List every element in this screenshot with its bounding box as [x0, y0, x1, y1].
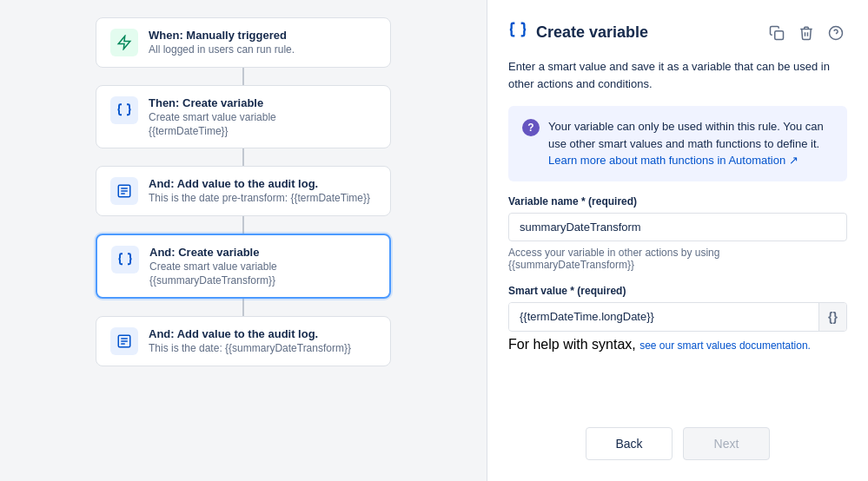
trigger-card-content: When: Manually triggered All logged in u… [149, 29, 295, 56]
info-box: ? Your variable can only be used within … [508, 106, 847, 181]
smart-value-picker-button[interactable]: {} [818, 303, 846, 331]
audit-icon-1 [110, 177, 138, 205]
help-button[interactable] [825, 22, 847, 44]
flow-card-variable-2[interactable]: And: Create variable Create smart value … [96, 234, 391, 299]
audit-1-title: And: Add value to the audit log. [149, 177, 370, 190]
audit-1-subtitle: This is the date pre-transform: {{termDa… [149, 192, 370, 204]
variable-2-card-content: And: Create variable Create smart value … [149, 246, 277, 287]
copy-button[interactable] [765, 22, 788, 44]
audit-icon-2 [110, 327, 138, 355]
delete-button[interactable] [795, 22, 818, 44]
info-icon: ? [522, 119, 540, 136]
smart-value-label: Smart value * (required) [508, 285, 847, 297]
smart-value-input-wrapper: {} [508, 302, 847, 332]
variable-2-subtitle: Create smart value variable [149, 260, 277, 273]
variable-icon-1 [110, 96, 138, 124]
config-panel: Create variable [487, 0, 868, 481]
connector-4 [242, 299, 244, 316]
smart-value-input[interactable] [509, 303, 818, 330]
panel-title-area: Create variable [508, 21, 648, 44]
audit-2-title: And: Add value to the audit log. [149, 327, 351, 340]
next-button[interactable]: Next [683, 427, 770, 460]
flow-container: When: Manually triggered All logged in u… [35, 17, 452, 366]
panel-title-icon [508, 21, 527, 44]
info-box-text: Your variable can only be used within th… [548, 118, 833, 169]
panel-actions [765, 22, 847, 44]
trigger-icon [110, 29, 138, 56]
audit-2-card-content: And: Add value to the audit log. This is… [149, 327, 351, 354]
flow-panel: When: Manually triggered All logged in u… [0, 0, 487, 481]
variable-1-subtitle: Create smart value variable [149, 111, 276, 123]
flow-card-variable-1[interactable]: Then: Create variable Create smart value… [96, 85, 391, 148]
audit-1-card-content: And: Add value to the audit log. This is… [149, 177, 370, 204]
variable-2-subtitle-extra: {{summaryDateTransform}} [149, 274, 277, 287]
connector-3 [242, 216, 244, 234]
variable-2-title: And: Create variable [149, 246, 277, 259]
info-link[interactable]: Learn more about math functions in Autom… [548, 154, 798, 167]
connector-2 [242, 148, 244, 166]
variable-1-title: Then: Create variable [149, 96, 276, 109]
panel-footer: Back Next [508, 420, 847, 460]
variable-name-label: Variable name * (required) [508, 195, 847, 208]
variable-name-group: Variable name * (required) Access your v… [508, 195, 847, 271]
panel-header: Create variable [508, 21, 847, 44]
variable-1-card-content: Then: Create variable Create smart value… [149, 96, 276, 137]
smart-value-docs-link[interactable]: see our smart values documentation. [639, 339, 811, 352]
svg-rect-8 [775, 30, 784, 39]
back-button[interactable]: Back [586, 427, 673, 460]
variable-icon-2 [111, 246, 139, 273]
panel-title: Create variable [536, 23, 648, 42]
smart-value-helper-text: For help with syntax, [508, 337, 636, 352]
flow-card-trigger[interactable]: When: Manually triggered All logged in u… [96, 17, 391, 68]
flow-card-audit-1[interactable]: And: Add value to the audit log. This is… [96, 166, 391, 216]
audit-2-subtitle: This is the date: {{summaryDateTransform… [149, 342, 351, 354]
smart-value-group: Smart value * (required) {} For help wit… [508, 285, 847, 353]
smart-value-helper: For help with syntax, see our smart valu… [508, 337, 847, 353]
info-text: Your variable can only be used within th… [548, 120, 824, 150]
trigger-subtitle: All logged in users can run rule. [149, 43, 295, 56]
variable-name-helper: Access your variable in other actions by… [508, 247, 847, 271]
panel-description: Enter a smart value and save it as a var… [508, 58, 847, 92]
connector-1 [242, 68, 244, 85]
variable-1-subtitle-extra: {{termDateTime}} [149, 125, 276, 137]
variable-name-input[interactable] [508, 213, 847, 241]
trigger-title: When: Manually triggered [149, 29, 295, 42]
flow-card-audit-2[interactable]: And: Add value to the audit log. This is… [96, 316, 391, 366]
